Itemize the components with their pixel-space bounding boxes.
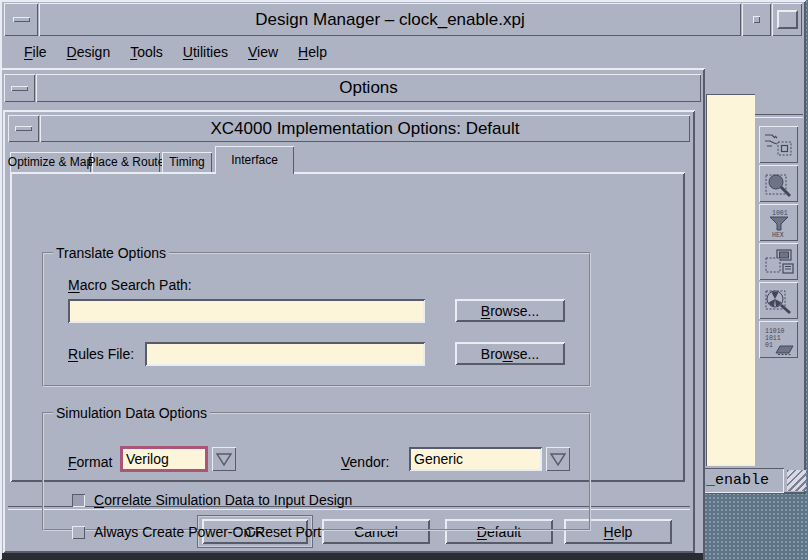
browse-rules-button[interactable]: Browse... xyxy=(455,342,565,365)
window-title-text: Design Manager – clock_enable.xpj xyxy=(255,10,524,30)
dialog-title: XC4000 Implementation Options: Default xyxy=(40,115,690,142)
svg-text:1011: 1011 xyxy=(765,335,781,342)
dialog-title-text: XC4000 Implementation Options: Default xyxy=(210,119,519,139)
implement-icon xyxy=(763,130,795,160)
correlate-simulation-checkbox[interactable] xyxy=(72,494,85,507)
implementation-options-dialog: XC4000 Implementation Options: Default O… xyxy=(3,110,695,553)
tab-timing[interactable]: Timing xyxy=(162,152,212,172)
window-menu-dash-icon xyxy=(13,17,30,22)
minimize-icon xyxy=(753,16,760,23)
macro-search-path-input[interactable] xyxy=(68,299,425,323)
window-title: Design Manager – clock_enable.xpj xyxy=(39,3,741,36)
translate-options-group: Translate Options Macro Search Path: Bro… xyxy=(42,245,591,387)
project-view-panel xyxy=(706,94,757,466)
minimize-button[interactable] xyxy=(742,3,771,36)
maximize-button[interactable] xyxy=(772,3,802,36)
menubar: File Design Tools Utilities View Help xyxy=(4,38,802,66)
tab-interface[interactable]: Interface xyxy=(215,146,294,174)
magnifier-trefoil-icon xyxy=(763,286,795,316)
power-on-reset-checkbox[interactable] xyxy=(72,526,85,539)
window-menu-dash-icon xyxy=(11,86,28,91)
svg-text:11010: 11010 xyxy=(765,328,785,335)
vendor-combobox[interactable]: Generic xyxy=(409,447,542,471)
window-menu-button[interactable] xyxy=(4,74,35,102)
rules-file-label: Rules File: xyxy=(68,346,134,362)
format-label: Format xyxy=(68,454,112,470)
format-dropdown-arrow[interactable] xyxy=(212,447,236,471)
window-title: Options xyxy=(36,74,701,102)
toolbar-divider xyxy=(755,114,803,118)
window-menu-button[interactable] xyxy=(8,115,39,142)
macro-search-path-label: Macro Search Path: xyxy=(68,277,192,293)
bitstream-button[interactable]: 11010 1011 01 xyxy=(759,321,798,358)
browse-macro-button[interactable]: Browse... xyxy=(455,299,565,322)
implement-button[interactable] xyxy=(759,126,798,163)
window-menu-dash-icon xyxy=(15,126,32,131)
window-menu-button[interactable] xyxy=(4,3,38,36)
vendor-dropdown-arrow[interactable] xyxy=(546,447,570,471)
dropdown-arrow-icon xyxy=(550,453,566,466)
dropdown-arrow-icon xyxy=(216,453,232,466)
verify-button[interactable] xyxy=(759,165,798,202)
binary-chip-icon: 11010 1011 01 xyxy=(763,325,795,355)
tab-optimize-map[interactable]: Optimize & Map xyxy=(10,152,91,172)
window-shadow-strip xyxy=(2,553,703,560)
rules-file-input[interactable] xyxy=(145,342,425,366)
hex-funnel-icon: 1001 HEX xyxy=(763,208,795,238)
translate-options-legend: Translate Options xyxy=(53,245,169,261)
menu-file[interactable]: File xyxy=(14,41,57,63)
configure-button[interactable]: 1001 HEX xyxy=(759,204,798,241)
simulation-data-options-legend: Simulation Data Options xyxy=(53,405,210,421)
menu-tools[interactable]: Tools xyxy=(120,41,173,63)
menu-utilities[interactable]: Utilities xyxy=(173,41,238,63)
svg-text:HEX: HEX xyxy=(772,232,784,238)
simulate-button[interactable] xyxy=(759,243,798,280)
vendor-label: Vendor: xyxy=(341,454,389,470)
menu-help[interactable]: Help xyxy=(288,41,337,63)
analyze-button[interactable] xyxy=(759,282,798,319)
svg-text:01: 01 xyxy=(765,342,773,349)
svg-text:1001: 1001 xyxy=(772,210,788,217)
menu-design[interactable]: Design xyxy=(57,41,121,63)
correlate-simulation-label: Correlate Simulation Data to Input Desig… xyxy=(94,492,352,508)
power-on-reset-label: Always Create Power-On Reset Port xyxy=(94,524,321,540)
resize-grip[interactable] xyxy=(787,470,806,491)
window-title-text: Options xyxy=(339,78,398,98)
menu-view[interactable]: View xyxy=(238,41,288,63)
tab-page-interface: Translate Options Macro Search Path: Bro… xyxy=(10,172,685,482)
maximize-icon xyxy=(777,10,798,29)
tab-place-route[interactable]: Place & Route xyxy=(92,152,160,172)
simulation-data-options-group: Simulation Data Options Format Verilog V… xyxy=(42,405,591,531)
format-combobox[interactable]: Verilog xyxy=(120,446,208,472)
chip-magnifier-icon xyxy=(763,169,795,199)
chip-monitor-icon xyxy=(763,247,795,277)
